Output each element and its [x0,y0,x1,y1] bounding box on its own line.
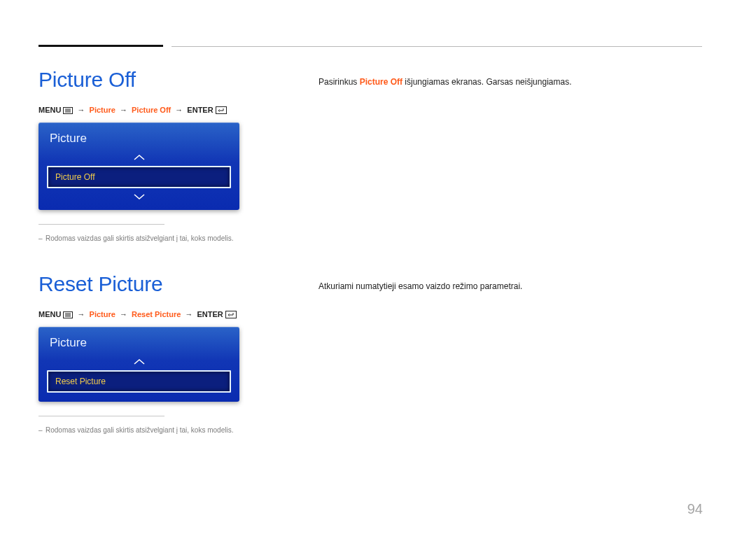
breadcrumb-enter: ENTER [187,106,213,114]
section-picture-off: Picture Off MENU → Picture → Picture Off… [38,68,702,244]
breadcrumb-reset-picture: MENU → Picture → Reset Picture → ENTER [38,310,241,318]
panel-item-reset-picture[interactable]: Reset Picture [47,370,231,393]
arrow-icon: → [78,106,85,114]
arrow-icon: → [185,310,192,318]
breadcrumb-enter: ENTER [197,310,223,318]
heading-reset-picture: Reset Picture [38,272,241,296]
menu-icon [63,311,73,318]
breadcrumb-menu: MENU [38,106,61,114]
menu-panel-picture: Picture Picture Off [38,122,239,210]
desc-text: išjungiamas ekranas. Garsas neišjungiama… [402,77,571,87]
section-reset-picture: Reset Picture MENU → Picture → Reset Pic… [38,272,702,436]
chevron-down-icon[interactable] [38,190,239,203]
breadcrumb-picture: Picture [90,106,115,114]
arrow-icon: → [175,106,183,114]
breadcrumb-picture-off: Picture Off [132,106,171,114]
note-divider [38,224,164,225]
heading-picture-off: Picture Off [38,68,241,92]
breadcrumb-reset-picture: Reset Picture [132,310,181,318]
panel-title: Picture [38,129,239,151]
enter-icon [225,311,237,318]
breadcrumb-picture-off: MENU → Picture → Picture Off → ENTER [38,106,241,114]
desc-text: Pasirinkus [318,77,360,87]
top-divider [38,46,702,47]
arrow-icon: → [78,310,85,318]
panel-title: Picture [38,334,239,356]
arrow-icon: → [120,310,127,318]
model-note: Rodomas vaizdas gali skirtis atsižvelgia… [38,425,241,436]
description-picture-off: Pasirinkus Picture Off išjungiamas ekran… [318,75,702,90]
panel-item-picture-off[interactable]: Picture Off [47,166,231,188]
breadcrumb-menu: MENU [38,310,61,318]
enter-icon [216,106,227,114]
menu-panel-picture: Picture Reset Picture [38,327,239,402]
description-reset-picture: Atkuriami numatytieji esamo vaizdo režim… [318,279,702,295]
model-note: Rodomas vaizdas gali skirtis atsižvelgia… [38,233,241,244]
note-divider [38,416,164,416]
page-number: 94 [687,501,703,517]
breadcrumb-picture: Picture [90,310,115,318]
menu-icon [63,107,73,114]
chevron-up-icon[interactable] [38,356,239,368]
arrow-icon: → [120,106,127,114]
desc-highlight: Picture Off [360,77,402,87]
chevron-up-icon[interactable] [38,151,239,164]
